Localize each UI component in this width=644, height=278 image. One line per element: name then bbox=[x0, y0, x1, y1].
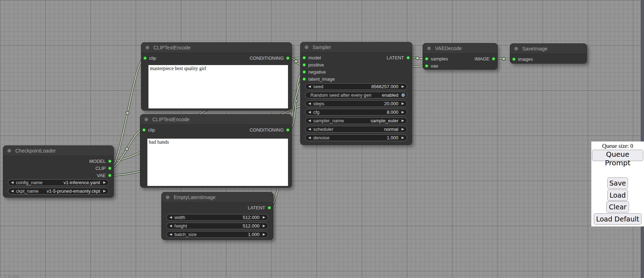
link-midpoint-dot[interactable] bbox=[125, 147, 129, 150]
images-input-port[interactable] bbox=[512, 58, 515, 61]
load-button[interactable]: Load bbox=[607, 189, 628, 201]
collapse-dot-icon[interactable] bbox=[427, 47, 431, 50]
increment-arrow-icon[interactable]: ▶ bbox=[402, 109, 404, 115]
positive-input-port[interactable] bbox=[303, 63, 306, 66]
clear-button[interactable]: Clear bbox=[606, 201, 629, 213]
increment-arrow-icon[interactable]: ▶ bbox=[263, 231, 265, 237]
widget-batch-size[interactable]: ◀batch_size1.000▶ bbox=[166, 231, 268, 238]
save-button[interactable]: Save bbox=[607, 177, 628, 189]
load-default-button[interactable]: Load Default bbox=[594, 213, 642, 225]
link-midpoint-dot[interactable] bbox=[294, 60, 298, 63]
widget-value: normal bbox=[384, 126, 398, 132]
input-row: latent_image bbox=[300, 76, 412, 83]
decrement-arrow-icon[interactable]: ◀ bbox=[169, 214, 172, 220]
node-title-bar[interactable]: EmptyLatentImage bbox=[162, 192, 273, 203]
output-row: CONDITIONING bbox=[141, 55, 292, 62]
output-label: MODEL bbox=[89, 158, 106, 165]
conditioning-output-port[interactable] bbox=[286, 128, 289, 132]
decrement-arrow-icon[interactable]: ◀ bbox=[308, 84, 311, 90]
collapse-dot-icon[interactable] bbox=[7, 149, 11, 153]
vae-output-port[interactable] bbox=[108, 174, 111, 177]
model-output-port[interactable] bbox=[108, 160, 111, 163]
latent-output-port[interactable] bbox=[268, 206, 271, 209]
widget-label: cfg bbox=[313, 109, 319, 115]
decrement-arrow-icon[interactable]: ◀ bbox=[11, 180, 14, 186]
node-title-bar[interactable]: SaveImage bbox=[510, 44, 587, 54]
decrement-arrow-icon[interactable]: ◀ bbox=[169, 223, 172, 229]
collapse-dot-icon[interactable] bbox=[514, 47, 518, 50]
link-midpoint-dot[interactable] bbox=[126, 112, 129, 115]
increment-arrow-icon[interactable]: ▶ bbox=[402, 135, 404, 141]
node-title: VAEDecode bbox=[435, 43, 462, 53]
conditioning-output-port[interactable] bbox=[286, 57, 289, 60]
toggle-indicator-icon[interactable] bbox=[401, 93, 405, 97]
image-output-port[interactable] bbox=[492, 57, 495, 60]
widget-label: ckpt_name bbox=[16, 188, 39, 194]
link-midpoint-dot[interactable] bbox=[416, 57, 419, 60]
input-row: negative bbox=[300, 69, 412, 76]
widget-steps[interactable]: ◀steps20.000▶ bbox=[305, 100, 407, 107]
execution-timer: T: 0.00s bbox=[3, 274, 20, 278]
node-title-bar[interactable]: VAEDecode bbox=[423, 43, 497, 54]
widget-denoise[interactable]: ◀denoise1.000▶ bbox=[305, 134, 407, 141]
increment-arrow-icon[interactable]: ▶ bbox=[402, 84, 404, 90]
collapse-dot-icon[interactable] bbox=[145, 118, 148, 121]
widget-random-seed-after-every-gen[interactable]: Random seed after every genenabled bbox=[305, 92, 407, 98]
node-save-image[interactable]: SaveImageimages bbox=[510, 43, 587, 64]
negative-input-port[interactable] bbox=[303, 70, 306, 74]
node-title-bar[interactable]: CLIPTextEncode bbox=[140, 114, 292, 125]
increment-arrow-icon[interactable]: ▶ bbox=[263, 223, 265, 229]
decrement-arrow-icon[interactable]: ◀ bbox=[308, 118, 311, 124]
queue-prompt-button[interactable]: Queue Prompt bbox=[592, 150, 643, 161]
widget-config-name[interactable]: ◀config_namev1-inference.yaml▶ bbox=[8, 179, 109, 186]
widget-label: batch_size bbox=[174, 231, 197, 237]
widget-scheduler[interactable]: ◀schedulernormal▶ bbox=[305, 126, 407, 133]
link-midpoint-dot[interactable] bbox=[502, 57, 506, 60]
output-row: LATENT bbox=[162, 204, 273, 212]
collapse-dot-icon[interactable] bbox=[166, 196, 169, 199]
latent-output-port[interactable] bbox=[407, 56, 410, 59]
increment-arrow-icon[interactable]: ▶ bbox=[402, 118, 404, 124]
widget-seed[interactable]: ◀seed8566257.000▶ bbox=[305, 83, 407, 90]
input-label: negative bbox=[308, 69, 326, 76]
clip-output-port[interactable] bbox=[108, 167, 111, 170]
node-sampler[interactable]: Samplermodelpositivenegativelatent_image… bbox=[300, 42, 412, 145]
widget-height[interactable]: ◀height512.000▶ bbox=[166, 223, 268, 229]
input-label: images bbox=[518, 56, 533, 63]
prompt-textarea[interactable]: bad hands bbox=[147, 139, 288, 186]
vertical-scrollbar[interactable] bbox=[641, 0, 644, 278]
decrement-arrow-icon[interactable]: ◀ bbox=[308, 126, 311, 132]
increment-arrow-icon[interactable]: ▶ bbox=[103, 180, 106, 186]
increment-arrow-icon[interactable]: ▶ bbox=[103, 188, 106, 194]
decrement-arrow-icon[interactable]: ◀ bbox=[11, 188, 14, 194]
widget-sampler-name[interactable]: ◀sampler_namesample_euler▶ bbox=[305, 117, 407, 124]
decrement-arrow-icon[interactable]: ◀ bbox=[308, 101, 311, 107]
node-clip-text-encode-positive[interactable]: CLIPTextEncodeclipCONDITIONINGmasterpiec… bbox=[141, 42, 292, 111]
node-empty-latent-image[interactable]: EmptyLatentImageLATENT◀width512.000▶◀hei… bbox=[161, 192, 273, 240]
vae-input-port[interactable] bbox=[425, 64, 428, 68]
collapse-dot-icon[interactable] bbox=[305, 46, 308, 49]
widget-ckpt-name[interactable]: ◀ckpt_namev1-5-pruned-emaonly.ckpt▶ bbox=[8, 188, 109, 194]
decrement-arrow-icon[interactable]: ◀ bbox=[169, 231, 172, 237]
node-vae-decode[interactable]: VAEDecodesamplesvaeIMAGE bbox=[423, 43, 498, 70]
decrement-arrow-icon[interactable]: ◀ bbox=[308, 135, 311, 141]
widget-label: Random seed after every gen bbox=[310, 92, 371, 98]
prompt-textarea[interactable]: masterpiece best quality girl bbox=[148, 65, 288, 108]
output-label: VAE bbox=[97, 172, 106, 179]
latent_image-input-port[interactable] bbox=[303, 77, 306, 81]
node-title-bar[interactable]: CLIPTextEncode bbox=[141, 43, 292, 53]
increment-arrow-icon[interactable]: ▶ bbox=[402, 126, 404, 132]
widget-label: scheduler bbox=[313, 126, 333, 132]
node-clip-text-encode-negative[interactable]: CLIPTextEncodeclipCONDITIONINGbad hands bbox=[140, 114, 292, 188]
widget-width[interactable]: ◀width512.000▶ bbox=[166, 214, 268, 221]
increment-arrow-icon[interactable]: ▶ bbox=[402, 101, 404, 107]
node-title-bar[interactable]: CheckpointLoader bbox=[3, 146, 114, 156]
node-title: CheckpointLoader bbox=[15, 146, 56, 156]
node-checkpoint-loader[interactable]: CheckpointLoaderMODELCLIPVAE◀config_name… bbox=[3, 145, 114, 198]
collapse-dot-icon[interactable] bbox=[146, 46, 149, 49]
decrement-arrow-icon[interactable]: ◀ bbox=[308, 109, 311, 115]
widget-cfg[interactable]: ◀cfg8.000▶ bbox=[305, 109, 407, 116]
increment-arrow-icon[interactable]: ▶ bbox=[263, 214, 265, 220]
node-title-bar[interactable]: Sampler bbox=[300, 42, 412, 53]
output-label: CONDITIONING bbox=[250, 127, 284, 134]
